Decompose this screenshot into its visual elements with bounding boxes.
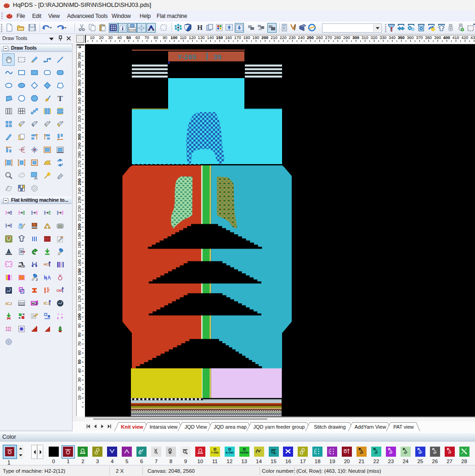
svg-text:30: 30 <box>108 35 113 40</box>
svg-text:280: 280 <box>334 35 341 40</box>
svg-text:FB2ND: FB2ND <box>240 451 248 454</box>
svg-text:10: 10 <box>90 35 95 40</box>
svg-text:40: 40 <box>117 35 122 40</box>
svg-text:320: 320 <box>77 115 82 122</box>
svg-text:390: 390 <box>434 35 441 40</box>
svg-text:120: 120 <box>189 35 196 40</box>
svg-text:Intarsia view: Intarsia view <box>149 424 177 430</box>
svg-text:F-2ND: F-2ND <box>211 451 219 454</box>
svg-text:220: 220 <box>77 205 82 212</box>
svg-text:250: 250 <box>307 35 314 40</box>
svg-text:420: 420 <box>461 35 468 40</box>
svg-text:290: 290 <box>343 35 350 40</box>
svg-text:190: 190 <box>77 232 82 239</box>
svg-text:30: 30 <box>77 378 82 382</box>
svg-text:50: 50 <box>126 35 131 40</box>
svg-text:370: 370 <box>416 35 423 40</box>
svg-text:Knit view: Knit view <box>121 424 143 430</box>
svg-text:1P: 1P <box>360 451 364 454</box>
svg-text:340: 340 <box>77 97 82 104</box>
svg-text:220: 220 <box>280 35 287 40</box>
svg-text:200: 200 <box>261 35 268 40</box>
svg-text:180: 180 <box>243 35 250 40</box>
svg-text:ICON: ICON <box>129 28 136 31</box>
svg-text:ICJ: ICJ <box>44 301 50 306</box>
svg-text:i: i <box>122 25 124 32</box>
svg-text:H: H <box>197 24 203 31</box>
svg-text:310: 310 <box>77 125 82 131</box>
svg-text:150: 150 <box>216 35 223 40</box>
svg-text:110: 110 <box>77 305 82 311</box>
svg-text:230: 230 <box>77 196 82 203</box>
svg-text:270: 270 <box>77 160 82 167</box>
svg-text:B-2ND: B-2ND <box>226 451 233 454</box>
svg-text:Y-265: Y-265 <box>177 53 197 61</box>
svg-text:90: 90 <box>163 35 167 40</box>
svg-text:330: 330 <box>77 107 82 113</box>
svg-text:4P: 4P <box>404 451 408 454</box>
svg-text:150: 150 <box>77 268 82 275</box>
svg-text:70: 70 <box>77 341 82 346</box>
svg-text:20: 20 <box>99 35 104 40</box>
svg-text:370: 370 <box>77 70 82 77</box>
svg-text:190: 190 <box>252 35 259 40</box>
svg-text:250: 250 <box>77 178 82 185</box>
svg-text:2P: 2P <box>374 451 379 454</box>
svg-text:350: 350 <box>77 88 82 95</box>
svg-text:360: 360 <box>407 35 414 40</box>
svg-text:430: 430 <box>470 35 475 40</box>
svg-text:7P: 7P <box>448 451 452 454</box>
svg-text:120: 120 <box>77 295 82 302</box>
svg-text:PAT view: PAT view <box>393 424 414 430</box>
svg-text:JQD area map: JQD area map <box>214 424 247 430</box>
svg-text:AddYarn View: AddYarn View <box>355 424 386 430</box>
svg-text:210: 210 <box>77 215 82 221</box>
svg-text:6P: 6P <box>433 451 437 454</box>
svg-text:230: 230 <box>288 35 295 40</box>
svg-text:270: 270 <box>325 35 332 40</box>
svg-text:JQD View: JQD View <box>185 424 207 430</box>
svg-text:JQD yarn feeder group: JQD yarn feeder group <box>254 424 305 430</box>
svg-text:310: 310 <box>362 35 368 40</box>
svg-text:260: 260 <box>77 170 82 176</box>
svg-text:300: 300 <box>77 133 82 140</box>
svg-text:130: 130 <box>77 286 82 293</box>
svg-text:300: 300 <box>352 35 359 40</box>
svg-text:50: 50 <box>77 359 82 364</box>
svg-text:T: T <box>57 94 63 102</box>
svg-text:40: 40 <box>77 368 82 373</box>
svg-text:240: 240 <box>77 187 82 194</box>
svg-text:170: 170 <box>234 35 241 40</box>
svg-text:350: 350 <box>398 35 405 40</box>
svg-text:240: 240 <box>298 35 305 40</box>
svg-text:380: 380 <box>77 62 82 68</box>
svg-text:140: 140 <box>207 35 214 40</box>
svg-text:70: 70 <box>144 35 149 40</box>
svg-text:10: 10 <box>77 396 82 400</box>
svg-text:380: 380 <box>425 35 432 40</box>
svg-text:390: 390 <box>77 52 82 59</box>
svg-text:60: 60 <box>77 351 82 355</box>
svg-text:400: 400 <box>443 35 450 40</box>
svg-text:170: 170 <box>77 250 82 257</box>
svg-text:210: 210 <box>271 35 277 40</box>
svg-text:CNT: CNT <box>57 289 62 292</box>
svg-text:360: 360 <box>77 79 82 86</box>
svg-text:HCD: HCD <box>18 265 25 268</box>
svg-text:3P: 3P <box>389 451 393 454</box>
svg-text:110: 110 <box>180 35 186 40</box>
svg-text:410: 410 <box>452 35 459 40</box>
svg-text:20: 20 <box>77 386 82 391</box>
svg-text:100: 100 <box>77 313 82 320</box>
svg-text:260: 260 <box>316 35 323 40</box>
svg-text:HCD: HCD <box>44 263 50 266</box>
svg-text:200: 200 <box>77 223 82 230</box>
svg-text:180: 180 <box>77 241 82 248</box>
svg-text:320: 320 <box>370 35 377 40</box>
svg-text:39: 39 <box>214 53 222 61</box>
svg-text:90: 90 <box>77 323 82 328</box>
svg-text:ICJ: ICJ <box>6 301 12 306</box>
svg-text:80: 80 <box>77 333 82 337</box>
svg-text:5P: 5P <box>418 451 423 454</box>
svg-text:130: 130 <box>198 35 205 40</box>
